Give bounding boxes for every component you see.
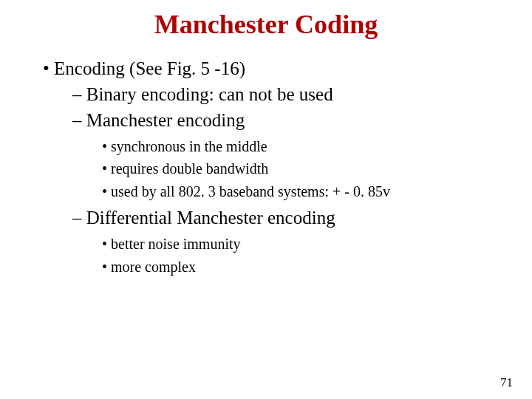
bullet-text: better noise immunity <box>111 236 241 252</box>
bullet-level1: Encoding (See Fig. 5 -16) <box>43 56 532 81</box>
bullet-text: Encoding (See Fig. 5 -16) <box>54 58 245 78</box>
slide-title: Manchester Coding <box>0 9 532 40</box>
bullet-level2: Manchester encoding <box>72 108 532 132</box>
bullet-text: Manchester encoding <box>86 110 245 130</box>
bullet-level3-group: better noise immunity more complex <box>102 234 532 276</box>
slide-body: Encoding (See Fig. 5 -16) Binary encodin… <box>43 56 532 276</box>
bullet-text: requires double bandwidth <box>111 160 268 177</box>
bullet-text: used by all 802. 3 baseband systems: + -… <box>111 183 390 200</box>
bullet-level3: synchronous in the middle <box>102 137 532 156</box>
bullet-text: Differential Manchester encoding <box>86 208 335 228</box>
bullet-level2: Differential Manchester encoding <box>72 205 532 230</box>
bullet-level3: better noise immunity <box>102 234 532 253</box>
bullet-level3: used by all 802. 3 baseband systems: + -… <box>102 182 532 201</box>
bullet-level2: Binary encoding: can not be used <box>72 82 532 106</box>
bullet-text: more complex <box>111 259 196 275</box>
bullet-level3-group: synchronous in the middle requires doubl… <box>102 137 532 201</box>
bullet-level3: requires double bandwidth <box>102 159 532 178</box>
bullet-text: synchronous in the middle <box>111 138 267 154</box>
slide: Manchester Coding Encoding (See Fig. 5 -… <box>0 9 532 399</box>
bullet-level3: more complex <box>102 257 532 276</box>
page-number: 71 <box>500 375 513 390</box>
bullet-text: Binary encoding: can not be used <box>86 84 333 104</box>
